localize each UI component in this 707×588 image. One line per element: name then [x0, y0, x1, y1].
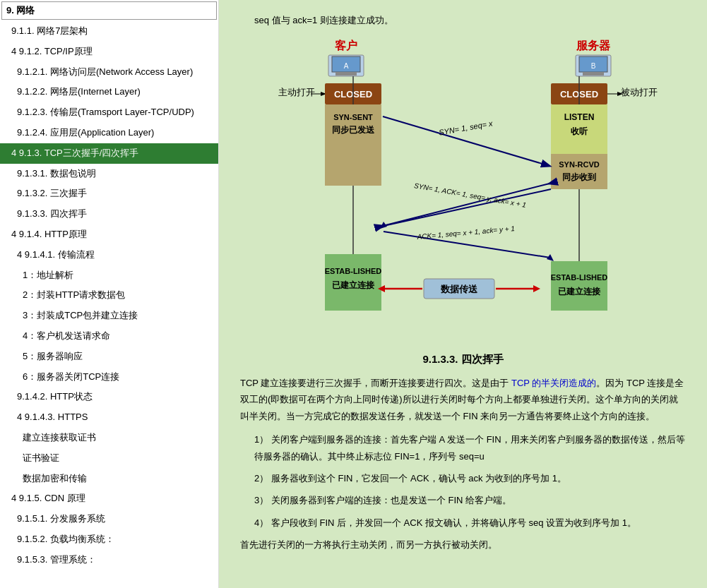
sidebar-item-9.1.4.1.1[interactable]: 1：地址解析 — [0, 265, 218, 286]
svg-marker-30 — [547, 254, 554, 261]
sidebar-item-9.1.2[interactable]: 4 9.1.2. TCP/IP原理 — [0, 42, 218, 62]
svg-text:ESTAB-LISHED: ESTAB-LISHED — [551, 273, 608, 282]
sidebar-item-9.1.4.1.6[interactable]: 6：服务器关闭TCP连接 — [0, 367, 218, 388]
sidebar-item-9.1.4.3.2[interactable]: 证书验证 — [0, 448, 218, 469]
svg-text:B: B — [591, 62, 596, 70]
sidebar-item-9.1.4.1.3[interactable]: 3：封装成TCP包并建立连接 — [0, 306, 218, 326]
svg-text:SYN= 1, ACK= 1, seq= y, ack= x: SYN= 1, ACK= 1, seq= y, ack= x + 1 — [413, 181, 526, 209]
passive-open-label: 被动打开 — [621, 87, 658, 97]
sidebar-item-9.1.3.3[interactable]: 9.1.3.3. 四次挥手 — [0, 204, 218, 224]
diagram-prefix: seq 值与 ack=1 则连接建立成功。 — [254, 14, 693, 27]
sidebar-item-9.1.1[interactable]: 9.1.1. 网络7层架构 — [0, 21, 218, 42]
sidebar-items-container: 9.1.1. 网络7层架构4 9.1.2. TCP/IP原理9.1.2.1. 网… — [0, 21, 218, 570]
svg-text:已建立连接: 已建立连接 — [332, 280, 375, 290]
sidebar-item-9.1.5.2[interactable]: 9.1.5.2. 负载均衡系统： — [0, 529, 218, 550]
sidebar-item-9.1.2.3[interactable]: 9.1.2.3. 传输层(Tramsport Layer-TCP/UDP) — [0, 102, 218, 123]
svg-marker-27 — [380, 222, 387, 229]
sidebar-item-9.1.3.1[interactable]: 9.1.3.1. 数据包说明 — [0, 164, 218, 184]
svg-text:收听: 收听 — [571, 126, 588, 136]
sidebar-item-9.1.4.1[interactable]: 4 9.1.4.1. 传输流程 — [0, 245, 218, 265]
svg-text:SYN-SENT: SYN-SENT — [333, 113, 373, 121]
sidebar-item-9.1.5[interactable]: 4 9.1.5. CDN 原理 — [0, 488, 218, 509]
svg-text:A: A — [344, 62, 349, 70]
sidebar-item-9.1.4.1.5[interactable]: 5：服务器响应 — [0, 347, 218, 367]
svg-text:ACK= 1,  seq= x + 1,  ack= y +: ACK= 1, seq= x + 1, ack= y + 1 — [416, 224, 515, 241]
sidebar-item-9.1.3[interactable]: 4 9.1.3. TCP三次握手/四次挥手 — [0, 143, 218, 164]
svg-text:ESTAB-LISHED: ESTAB-LISHED — [325, 267, 382, 275]
sidebar-item-9.1.4.3.3[interactable]: 数据加密和传输 — [0, 469, 218, 489]
sidebar-item-9.1.2.2[interactable]: 9.1.2.2. 网络层(Internet Layer) — [0, 82, 218, 102]
svg-rect-20 — [551, 154, 607, 189]
content-area: TCP 建立连接要进行三次握手，而断开连接要进行四次。这是由于 TCP 的半关闭… — [233, 375, 693, 575]
client-label: 客户 — [335, 39, 357, 52]
svg-marker-43 — [533, 285, 540, 292]
svg-text:已建立连接: 已建立连接 — [558, 287, 601, 296]
svg-text:数据传送: 数据传送 — [440, 284, 478, 294]
sidebar-item-9.1.4.3[interactable]: 4 9.1.4.3. HTTPS — [0, 407, 218, 428]
para3: 2） 服务器收到这个 FIN，它发回一个 ACK，确认号 ack 为收到的序号加… — [254, 470, 686, 486]
svg-rect-35 — [551, 261, 607, 311]
server-label: 服务器 — [576, 40, 611, 52]
sidebar-header[interactable]: 9. 网络 — [1, 1, 217, 20]
para6: 首先进行关闭的一方将执行主动关闭，而另一方执行被动关闭。 — [240, 536, 686, 553]
sidebar-item-9.1.2.1[interactable]: 9.1.2.1. 网络访问层(Network Access Layer) — [0, 62, 218, 83]
active-open-label: 主动打开 — [278, 87, 315, 97]
tcp-diagram: 客户 服务器 A B 主动打开 CLOSED CLOSED 被动打开 — [254, 35, 671, 332]
sidebar-item-9.1.4.2[interactable]: 9.1.4.2. HTTP状态 — [0, 387, 218, 407]
para4: 3） 关闭服务器到客户端的连接：也是发送一个 FIN 给客户端。 — [254, 492, 686, 508]
svg-text:同步收到: 同步收到 — [562, 172, 596, 182]
svg-rect-2 — [335, 72, 357, 76]
para2: 1） 关闭客户端到服务器的连接：首先客户端 A 发送一个 FIN，用来关闭客户到… — [254, 431, 686, 464]
sidebar-item-9.1.4.3.1[interactable]: 建立连接获取证书 — [0, 428, 218, 448]
svg-text:SYN-RCVD: SYN-RCVD — [559, 160, 600, 169]
para5: 4） 客户段收到 FIN 后，并发回一个 ACK 报文确认，并将确认序号 seq… — [254, 515, 686, 531]
svg-text:同步已发送: 同步已发送 — [332, 125, 375, 135]
sidebar-item-9.1.2.4[interactable]: 9.1.2.4. 应用层(Application Layer) — [0, 123, 218, 143]
svg-text:LISTEN: LISTEN — [564, 112, 595, 122]
diagram-container: seq 值与 ack=1 则连接建立成功。 客户 服务器 A B 主动打开 CL… — [233, 7, 693, 346]
section-heading: 9.1.3.3. 四次挥手 — [233, 353, 693, 366]
sidebar-item-9.1.3.2[interactable]: 9.1.3.2. 三次握手 — [0, 184, 218, 204]
sidebar: 9. 网络 9.1.1. 网络7层架构4 9.1.2. TCP/IP原理9.1.… — [0, 0, 219, 588]
sidebar-item-9.1.4.1.2[interactable]: 2：封装HTTP请求数据包 — [0, 285, 218, 306]
main-content: seq 值与 ack=1 则连接建立成功。 客户 服务器 A B 主动打开 CL… — [219, 0, 707, 588]
svg-text:SYN= 1,  seq= x: SYN= 1, seq= x — [438, 119, 493, 136]
sidebar-item-9.1.4.1.4[interactable]: 4：客户机发送请求命 — [0, 326, 218, 347]
para1: TCP 建立连接要进行三次握手，而断开连接要进行四次。这是由于 TCP 的半关闭… — [240, 375, 686, 424]
sidebar-item-9.1.5.3[interactable]: 9.1.5.3. 管理系统： — [0, 550, 218, 570]
svg-rect-6 — [583, 72, 604, 76]
sidebar-item-9.1.5.1[interactable]: 9.1.5.1. 分发服务系统 — [0, 509, 218, 529]
sidebar-item-9.1.4[interactable]: 4 9.1.4. HTTP原理 — [0, 224, 218, 245]
